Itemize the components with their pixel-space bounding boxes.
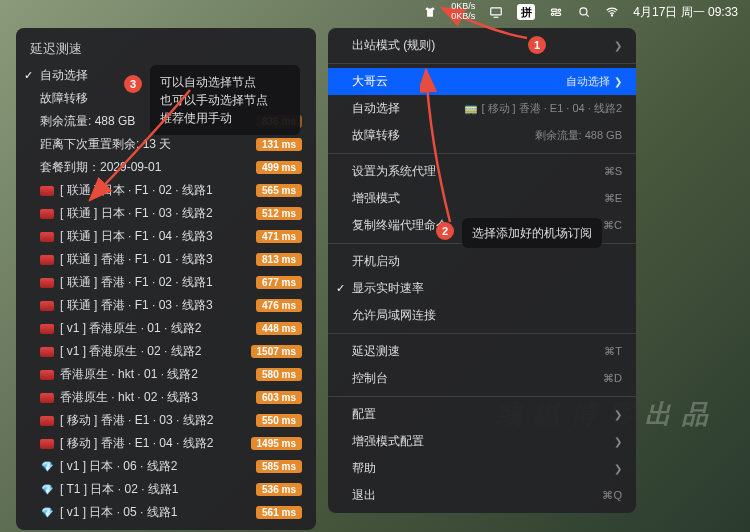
- train-icon: [40, 276, 54, 290]
- menu-item[interactable]: 增强模式⌘E: [328, 185, 636, 212]
- node-item[interactable]: 香港原生 · hkt · 01 · 线路2580 ms: [16, 363, 316, 386]
- menu-right: ⌘D: [603, 372, 622, 385]
- chevron-right-icon: ❯: [614, 463, 622, 474]
- node-item[interactable]: [ 移动 ] 香港 · E1 · 03 · 线路2550 ms: [16, 409, 316, 432]
- node-label: [ 联通 ] 香港 · F1 · 03 · 线路3: [60, 297, 256, 314]
- clock[interactable]: 4月17日 周一 09:33: [633, 4, 738, 21]
- train-icon: [40, 253, 54, 267]
- menubar: 0KB/s0KB/s 拼 4月17日 周一 09:33: [411, 0, 750, 24]
- menu-label: 设置为系统代理: [352, 163, 604, 180]
- menu-item[interactable]: 开机启动: [328, 248, 636, 275]
- chevron-right-icon: ❯: [614, 409, 622, 420]
- node-item[interactable]: 香港原生 · hkt · 02 · 线路3603 ms: [16, 386, 316, 409]
- train-icon: [40, 322, 54, 336]
- node-label: [ 联通 ] 香港 · F1 · 02 · 线路1: [60, 274, 256, 291]
- train-icon: [40, 230, 54, 244]
- node-label: [ v1 ] 香港原生 · 01 · 线路2: [60, 320, 256, 337]
- menu-right: 自动选择❯: [566, 74, 622, 89]
- chevron-right-icon: ❯: [614, 76, 622, 87]
- node-item[interactable]: [ v1 ] 香港原生 · 02 · 线路21507 ms: [16, 340, 316, 363]
- menu-item[interactable]: 增强模式配置❯: [328, 428, 636, 455]
- menu-right: ⌘C: [603, 219, 622, 232]
- menu-item[interactable]: ✓显示实时速率: [328, 275, 636, 302]
- menu-label: 帮助: [352, 460, 614, 477]
- menu-right: ⌘Q: [602, 489, 622, 502]
- latency-badge: 448 ms: [256, 322, 302, 335]
- menu-item[interactable]: 设置为系统代理⌘S: [328, 158, 636, 185]
- node-item[interactable]: 距离下次重置剩余: 13 天131 ms: [16, 133, 316, 156]
- node-item[interactable]: 💎[ v1 ] 日本 · 06 · 线路2585 ms: [16, 455, 316, 478]
- node-item[interactable]: [ 移动 ] 香港 · E1 · 04 · 线路21495 ms: [16, 432, 316, 455]
- menu-item[interactable]: 允许局域网连接: [328, 302, 636, 329]
- input-method[interactable]: 拼: [517, 4, 535, 20]
- menu-label: 增强模式: [352, 190, 604, 207]
- node-label: 距离下次重置剩余: 13 天: [40, 136, 256, 153]
- callout-2: 2 选择添加好的机场订阅: [462, 218, 602, 248]
- latency-badge: 131 ms: [256, 138, 302, 151]
- menu-item[interactable]: 配置❯: [328, 401, 636, 428]
- menu-item[interactable]: 出站模式 (规则)❯: [328, 32, 636, 59]
- latency-badge: 1507 ms: [251, 345, 302, 358]
- latency-badge: 813 ms: [256, 253, 302, 266]
- svg-point-5: [580, 8, 587, 15]
- menu-right: ⌘S: [604, 165, 622, 178]
- menu-label: 显示实时速率: [352, 280, 622, 297]
- node-item[interactable]: [ 联通 ] 香港 · F1 · 01 · 线路3813 ms: [16, 248, 316, 271]
- node-label: [ T1 ] 日本 · 02 · 线路1: [60, 481, 256, 498]
- main-menu: 出站模式 (规则)❯大哥云自动选择❯自动选择🚃 [ 移动 ] 香港 · E1 ·…: [328, 28, 636, 513]
- node-item[interactable]: 💎[ T1 ] 日本 · 02 · 线路1536 ms: [16, 478, 316, 501]
- menu-label: 控制台: [352, 370, 603, 387]
- check-icon: ✓: [336, 282, 345, 295]
- node-item[interactable]: [ v1 ] 香港原生 · 01 · 线路2448 ms: [16, 317, 316, 340]
- menu-label: 配置: [352, 406, 614, 423]
- latency-badge: 512 ms: [256, 207, 302, 220]
- train-icon: [40, 414, 54, 428]
- menu-item[interactable]: 帮助❯: [328, 455, 636, 482]
- latency-badge: 565 ms: [256, 184, 302, 197]
- display-icon[interactable]: [489, 5, 503, 19]
- menu-label: 故障转移: [352, 127, 535, 144]
- node-item[interactable]: 套餐到期：2029-09-01499 ms: [16, 156, 316, 179]
- menu-item[interactable]: 延迟测速⌘T: [328, 338, 636, 365]
- train-icon: [40, 368, 54, 382]
- check-icon: ✓: [24, 69, 33, 82]
- menu-item[interactable]: 控制台⌘D: [328, 365, 636, 392]
- menu-item[interactable]: 故障转移剩余流量: 488 GB: [328, 122, 636, 149]
- svg-point-4: [552, 13, 554, 15]
- separator: [328, 153, 636, 154]
- menu-label: 开机启动: [352, 253, 622, 270]
- menu-item[interactable]: 自动选择🚃 [ 移动 ] 香港 · E1 · 04 · 线路2: [328, 95, 636, 122]
- menu-item[interactable]: 退出⌘Q: [328, 482, 636, 509]
- node-item[interactable]: [ 联通 ] 香港 · F1 · 03 · 线路3476 ms: [16, 294, 316, 317]
- node-label: 香港原生 · hkt · 01 · 线路2: [60, 366, 256, 383]
- diamond-icon: 💎: [40, 483, 54, 497]
- search-icon[interactable]: [577, 5, 591, 19]
- callout-3: 3 可以自动选择节点 也可以手动选择节点 推荐使用手动: [150, 65, 300, 135]
- menu-label: 延迟测速: [352, 343, 604, 360]
- control-center-icon[interactable]: [549, 5, 563, 19]
- node-item[interactable]: [ 联通 ] 日本 · F1 · 04 · 线路3471 ms: [16, 225, 316, 248]
- menu-label: 增强模式配置: [352, 433, 614, 450]
- latency-badge: 499 ms: [256, 161, 302, 174]
- latency-badge: 471 ms: [256, 230, 302, 243]
- node-item[interactable]: [ 联通 ] 日本 · F1 · 02 · 线路1565 ms: [16, 179, 316, 202]
- diamond-icon: 💎: [40, 506, 54, 520]
- train-icon: [40, 437, 54, 451]
- train-icon: [40, 299, 54, 313]
- menu-right: ❯: [614, 409, 622, 420]
- net-speed: 0KB/s0KB/s: [451, 2, 475, 22]
- train-icon: [40, 391, 54, 405]
- node-item[interactable]: [ 联通 ] 日本 · F1 · 03 · 线路2512 ms: [16, 202, 316, 225]
- node-item[interactable]: 💎[ v1 ] 日本 · 05 · 线路1561 ms: [16, 501, 316, 524]
- node-item[interactable]: [ 联通 ] 香港 · F1 · 02 · 线路1677 ms: [16, 271, 316, 294]
- menu-label: 退出: [352, 487, 602, 504]
- menu-item[interactable]: 大哥云自动选择❯: [328, 68, 636, 95]
- svg-rect-0: [491, 8, 502, 15]
- latency-badge: 585 ms: [256, 460, 302, 473]
- wifi-icon[interactable]: [605, 5, 619, 19]
- latency-badge: 580 ms: [256, 368, 302, 381]
- svg-rect-1: [552, 9, 558, 11]
- latency-badge: 603 ms: [256, 391, 302, 404]
- node-label: [ v1 ] 日本 · 05 · 线路1: [60, 504, 256, 521]
- menu-right: ⌘T: [604, 345, 622, 358]
